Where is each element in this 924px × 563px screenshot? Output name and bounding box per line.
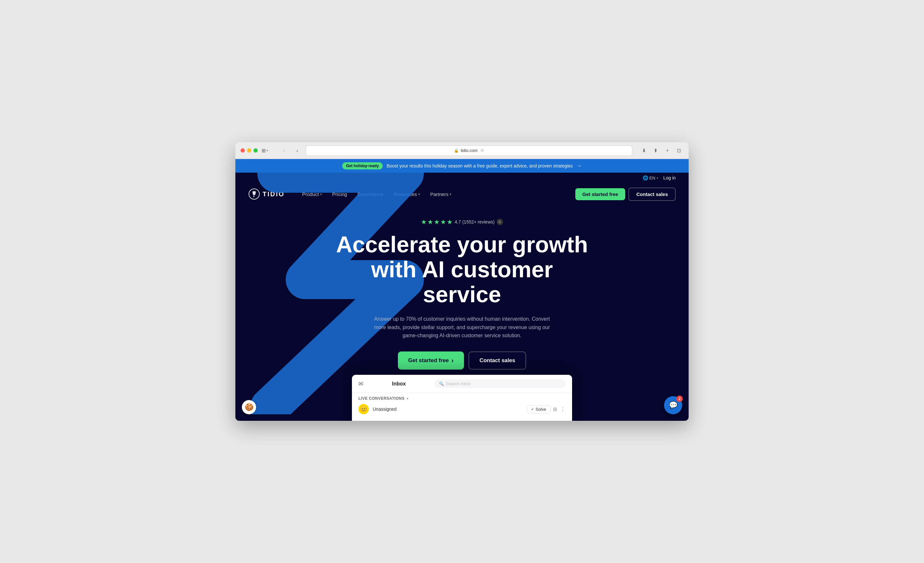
- search-placeholder: Search Inbox: [446, 381, 471, 386]
- page-content: Get holiday-ready Boost your results thi…: [236, 159, 688, 421]
- conversation-avatar: 😊: [358, 404, 369, 414]
- new-tab-icon[interactable]: ＋: [663, 146, 672, 155]
- logo[interactable]: TIDIO: [248, 188, 285, 200]
- language-selector[interactable]: 🌐 EN ▾: [643, 175, 658, 180]
- nav-product[interactable]: Product ▾: [297, 189, 326, 200]
- inbox-title: Inbox: [368, 381, 429, 387]
- rating-text: 4.7 (1552+ reviews): [454, 219, 494, 224]
- inbox-preview: ✉ Inbox 🔍 Search Inbox LIVE CONVERSATION…: [352, 375, 572, 421]
- conversation-row[interactable]: 😊 Unassigned ✓ Solve ⊞ ⋮: [358, 401, 566, 417]
- announcement-banner[interactable]: Get holiday-ready Boost your results thi…: [236, 159, 688, 173]
- chat-badge: 2: [676, 395, 683, 402]
- partners-chevron-icon: ▾: [450, 192, 452, 196]
- star-rating: ★ ★ ★ ★ ★ 4.7 (1552+ reviews) G: [336, 218, 588, 226]
- star-1: ★: [421, 218, 427, 226]
- star-3: ★: [434, 218, 440, 226]
- solve-button[interactable]: ✓ Solve: [527, 405, 550, 413]
- logo-text: TIDIO: [262, 191, 285, 198]
- maximize-dot[interactable]: [254, 149, 258, 153]
- nav-contact-sales-button[interactable]: Contact sales: [628, 188, 676, 201]
- browser-toolbar-icons: ⬇ ⬆ ＋ ⊡: [639, 146, 684, 155]
- close-dot[interactable]: [240, 149, 245, 153]
- resources-chevron-icon: ▾: [418, 192, 420, 196]
- conversation-actions: ✓ Solve ⊞ ⋮: [527, 405, 566, 413]
- hero-title: Accelerate your growth with AI customer …: [336, 232, 588, 307]
- chat-widget[interactable]: 💬 2: [664, 396, 682, 414]
- grid-icon: ⊞: [553, 406, 557, 412]
- live-conv-toggle-icon: ▾: [406, 397, 409, 400]
- nav-resources[interactable]: Resources ▾: [389, 189, 424, 200]
- hero-subtitle: Answer up to 70% of customer inquiries w…: [371, 315, 553, 340]
- browser-window: ⊞ ▾ ‹ › 🔒 tidio.com ⟳ ⬇ ⬆ ＋ ⊡ Get holida…: [236, 142, 688, 421]
- nav-get-started-button[interactable]: Get started free: [575, 188, 626, 200]
- star-5: ★: [447, 218, 453, 226]
- hero-contact-sales-button[interactable]: Contact sales: [468, 351, 526, 369]
- navbar: TIDIO Product ▾ Pricing Ecommerce Resour…: [236, 183, 688, 205]
- arrow-icon: ›: [452, 357, 454, 364]
- site-wrapper: 🌐 EN ▾ Log in TIDIO: [236, 173, 688, 421]
- address-bar[interactable]: 🔒 tidio.com ⟳: [306, 146, 632, 156]
- live-conv-label: LIVE CONVERSATIONS: [358, 396, 405, 401]
- hero-title-line2: with AI customer service: [371, 257, 553, 307]
- nav-pricing[interactable]: Pricing: [328, 189, 352, 200]
- stars: ★ ★ ★ ★ ★: [421, 218, 453, 226]
- utility-bar: 🌐 EN ▾ Log in: [236, 173, 688, 183]
- nav-links: Product ▾ Pricing Ecommerce Resources ▾ …: [297, 189, 575, 200]
- star-2: ★: [428, 218, 433, 226]
- more-icon: ⋮: [560, 405, 566, 413]
- url-text: tidio.com: [461, 148, 477, 153]
- hero-section: ★ ★ ★ ★ ★ 4.7 (1552+ reviews) G Accelera…: [236, 205, 688, 421]
- hero-content: ★ ★ ★ ★ ★ 4.7 (1552+ reviews) G Accelera…: [336, 218, 588, 383]
- hero-ctas: Get started free › Contact sales: [336, 351, 588, 369]
- back-button[interactable]: ‹: [280, 146, 289, 155]
- chat-icon: 💬: [669, 401, 678, 410]
- sidebar-toggle-button[interactable]: ⊞ ▾: [262, 146, 276, 155]
- tabs-icon[interactable]: ⊡: [674, 146, 684, 155]
- hero-title-line1: Accelerate your growth: [336, 232, 588, 257]
- conversation-name: Unassigned: [373, 407, 397, 412]
- nav-ecommerce[interactable]: Ecommerce: [353, 189, 388, 200]
- banner-arrow: →: [577, 163, 582, 169]
- nav-partners[interactable]: Partners ▾: [426, 189, 456, 200]
- inbox-body: LIVE CONVERSATIONS ▾ 😊 Unassigned ✓ Solv…: [352, 393, 572, 421]
- download-icon[interactable]: ⬇: [639, 146, 648, 155]
- holiday-badge[interactable]: Get holiday-ready: [342, 162, 382, 170]
- browser-dots: [240, 149, 258, 153]
- inbox-icon: ✉: [358, 380, 363, 387]
- hero-get-started-button[interactable]: Get started free ›: [398, 351, 464, 369]
- cookie-icon: 🍪: [245, 403, 254, 411]
- search-icon: 🔍: [439, 381, 444, 386]
- product-chevron-icon: ▾: [320, 192, 322, 196]
- browser-titlebar: ⊞ ▾ ‹ › 🔒 tidio.com ⟳ ⬇ ⬆ ＋ ⊡: [236, 142, 688, 159]
- star-4: ★: [440, 218, 446, 226]
- minimize-dot[interactable]: [247, 149, 251, 153]
- live-conversations-header[interactable]: LIVE CONVERSATIONS ▾: [358, 396, 566, 401]
- cookie-button[interactable]: 🍪: [242, 400, 256, 414]
- banner-text: Boost your results this holiday season w…: [387, 163, 573, 168]
- share-icon[interactable]: ⬆: [651, 146, 660, 155]
- inbox-header: ✉ Inbox 🔍 Search Inbox: [352, 375, 572, 393]
- forward-button[interactable]: ›: [292, 146, 302, 155]
- login-button[interactable]: Log in: [663, 175, 676, 180]
- capterra-icon: G: [496, 219, 503, 225]
- nav-ctas: Get started free Contact sales: [575, 188, 676, 201]
- language-label: EN: [650, 176, 655, 180]
- inbox-search-bar[interactable]: 🔍 Search Inbox: [435, 379, 566, 388]
